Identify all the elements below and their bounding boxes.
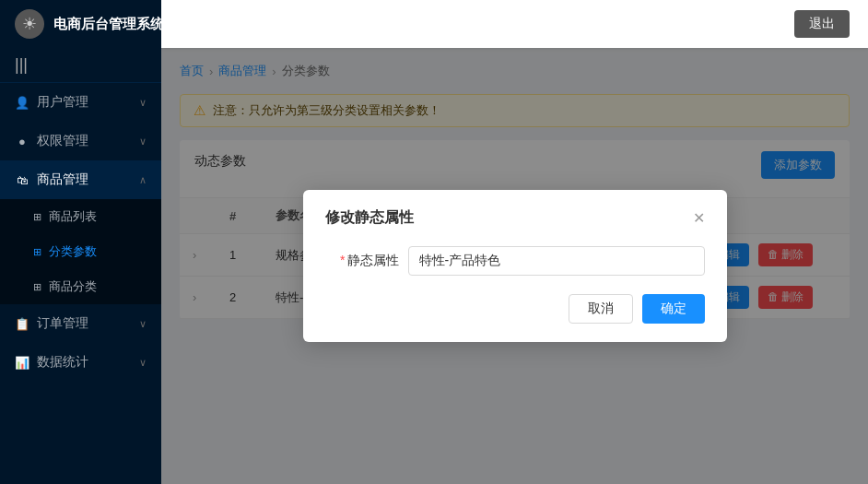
header: 退出 bbox=[161, 0, 868, 48]
form-label-static: *静态属性 bbox=[325, 253, 408, 269]
static-attr-input[interactable] bbox=[408, 246, 705, 276]
sidebar-logo: ☀ 电商后台管理系统 bbox=[0, 0, 161, 48]
sidebar-item-permission-management[interactable]: ● 权限管理 ∨ bbox=[0, 122, 161, 160]
menu-label-user: 用户管理 bbox=[37, 94, 88, 111]
user-icon: 👤 bbox=[15, 95, 29, 110]
sidebar-item-user-management[interactable]: 👤 用户管理 ∨ bbox=[0, 83, 161, 122]
dialog-footer: 取消 确定 bbox=[325, 294, 705, 324]
menu-label-order: 订单管理 bbox=[37, 315, 88, 332]
sidebar-item-category-params[interactable]: ⊞ 分类参数 bbox=[0, 234, 161, 269]
dialog-close-button[interactable]: ✕ bbox=[693, 209, 705, 227]
product-category-icon: ⊞ bbox=[33, 281, 41, 293]
confirm-button[interactable]: 确定 bbox=[642, 294, 705, 324]
required-mark: * bbox=[340, 253, 345, 267]
order-icon: 📋 bbox=[15, 316, 29, 331]
permission-icon: ● bbox=[15, 134, 29, 148]
content-area: 首页 › 商品管理 › 分类参数 ⚠ 注意：只允许为第三级分类设置相关参数！ 动… bbox=[161, 48, 868, 484]
menu-label-product: 商品管理 bbox=[37, 171, 88, 188]
main-area: 退出 首页 › 商品管理 › 分类参数 ⚠ 注意：只允许为第三级分类设置相关参数… bbox=[161, 0, 868, 484]
chevron-stats: ∨ bbox=[139, 357, 147, 369]
chevron-permission: ∨ bbox=[139, 136, 147, 148]
sidebar-item-product-category[interactable]: ⊞ 商品分类 bbox=[0, 269, 161, 304]
sidebar-item-product-list[interactable]: ⊞ 商品列表 bbox=[0, 199, 161, 234]
logout-button[interactable]: 退出 bbox=[794, 10, 850, 38]
sidebar-menu: 👤 用户管理 ∨ ● 权限管理 ∨ 🛍 商品管理 ∧ ⊞ 商品列表 bbox=[0, 83, 161, 484]
dialog-header: 修改静态属性 ✕ bbox=[325, 208, 705, 228]
product-icon: 🛍 bbox=[15, 172, 29, 187]
logo-icon: ☀ bbox=[15, 9, 44, 39]
chevron-order: ∨ bbox=[139, 318, 147, 330]
menu-label-stats: 数据统计 bbox=[37, 354, 88, 371]
chevron-product: ∧ bbox=[139, 174, 147, 186]
sidebar-item-data-stats[interactable]: 📊 数据统计 ∨ bbox=[0, 343, 161, 382]
submenu-label-category-params: 分类参数 bbox=[49, 243, 97, 260]
cancel-button[interactable]: 取消 bbox=[569, 294, 633, 324]
category-params-icon: ⊞ bbox=[33, 246, 41, 258]
submenu-label-product-list: 商品列表 bbox=[49, 208, 97, 225]
submenu-label-product-category: 商品分类 bbox=[49, 278, 97, 295]
dialog-overlay: 修改静态属性 ✕ *静态属性 取消 确定 bbox=[161, 48, 868, 484]
app-title: 电商后台管理系统 bbox=[53, 16, 164, 33]
sidebar-collapse-button[interactable]: ||| bbox=[0, 48, 161, 83]
product-list-icon: ⊞ bbox=[33, 211, 41, 223]
dialog: 修改静态属性 ✕ *静态属性 取消 确定 bbox=[303, 190, 727, 342]
chevron-user: ∨ bbox=[139, 97, 147, 109]
stats-icon: 📊 bbox=[15, 355, 29, 370]
menu-label-permission: 权限管理 bbox=[37, 133, 88, 149]
dialog-title: 修改静态属性 bbox=[325, 208, 414, 228]
product-submenu: ⊞ 商品列表 ⊞ 分类参数 ⊞ 商品分类 bbox=[0, 199, 161, 304]
sidebar-item-product-management[interactable]: 🛍 商品管理 ∧ bbox=[0, 160, 161, 199]
sidebar-item-order-management[interactable]: 📋 订单管理 ∨ bbox=[0, 304, 161, 343]
sidebar: ☀ 电商后台管理系统 ||| 👤 用户管理 ∨ ● 权限管理 ∨ 🛍 商品管 bbox=[0, 0, 161, 484]
form-row-static-attr: *静态属性 bbox=[325, 246, 705, 276]
